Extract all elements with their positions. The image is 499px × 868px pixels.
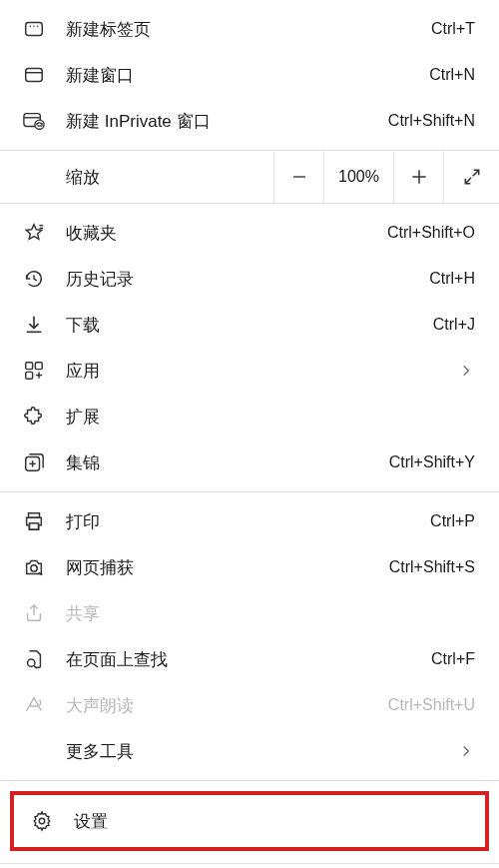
zoom-label: 缩放 [66, 166, 273, 189]
menu-label: 新建标签页 [66, 18, 431, 41]
svg-point-26 [31, 565, 37, 571]
menu-item-share: 共享 [0, 590, 499, 636]
menu-shortcut: Ctrl+P [430, 512, 475, 530]
apps-icon [20, 357, 48, 385]
menu-label: 历史记录 [66, 268, 429, 291]
browser-main-menu: 新建标签页 Ctrl+T 新建窗口 Ctrl+N 新 [0, 0, 499, 864]
menu-item-find[interactable]: 在页面上查找 Ctrl+F [0, 636, 499, 682]
chevron-right-icon [457, 362, 475, 380]
menu-label: 收藏夹 [66, 222, 387, 245]
menu-item-new-tab[interactable]: 新建标签页 Ctrl+T [0, 6, 499, 52]
menu-label: 在页面上查找 [66, 648, 431, 671]
menu-shortcut: Ctrl+Shift+S [389, 558, 475, 576]
collections-icon [20, 448, 48, 476]
menu-shortcut: Ctrl+J [433, 316, 475, 334]
menu-label: 打印 [66, 510, 430, 533]
menu-label: 新建窗口 [66, 64, 429, 87]
menu-item-favorites[interactable]: 收藏夹 Ctrl+Shift+O [0, 210, 499, 256]
svg-point-2 [33, 26, 34, 27]
menu-item-history[interactable]: 历史记录 Ctrl+H [0, 256, 499, 302]
menu-label: 应用 [66, 360, 457, 383]
svg-rect-0 [26, 23, 43, 36]
menu-shortcut: Ctrl+Shift+Y [389, 453, 475, 471]
menu-item-downloads[interactable]: 下载 Ctrl+J [0, 302, 499, 348]
menu-label: 扩展 [66, 406, 475, 429]
menu-item-new-inprivate[interactable]: 新建 InPrivate 窗口 Ctrl+Shift+N [0, 98, 499, 144]
menu-shortcut: Ctrl+T [431, 20, 475, 38]
menu-group-tools: 打印 Ctrl+P 网页捕获 Ctrl+Shift+S 共享 [0, 492, 499, 781]
camera-icon [20, 553, 48, 581]
fullscreen-button[interactable] [443, 151, 499, 203]
printer-icon [20, 507, 48, 535]
menu-label: 设置 [74, 810, 461, 833]
menu-item-new-window[interactable]: 新建窗口 Ctrl+N [0, 52, 499, 98]
menu-label: 新建 InPrivate 窗口 [66, 110, 388, 133]
download-icon [20, 311, 48, 339]
menu-label: 共享 [66, 602, 475, 625]
menu-item-extensions[interactable]: 扩展 [0, 394, 499, 439]
chevron-right-icon [457, 742, 475, 760]
menu-shortcut: Ctrl+H [429, 270, 475, 288]
svg-rect-16 [26, 363, 33, 370]
new-tab-icon [20, 15, 48, 43]
inprivate-window-icon [20, 107, 48, 135]
find-on-page-icon [20, 645, 48, 673]
menu-label: 大声朗读 [66, 694, 388, 717]
zoom-in-button[interactable] [393, 151, 443, 203]
zoom-out-button[interactable] [273, 151, 323, 203]
svg-rect-17 [35, 363, 42, 370]
history-icon [20, 265, 48, 293]
annotation-highlight: 设置 [10, 791, 489, 851]
menu-label: 集锦 [66, 451, 389, 474]
svg-point-1 [30, 26, 31, 27]
read-aloud-icon [20, 691, 48, 719]
svg-point-29 [39, 818, 45, 824]
menu-shortcut: Ctrl+Shift+O [387, 224, 475, 242]
menu-label: 下载 [66, 314, 433, 337]
menu-group-settings: 设置 [0, 781, 499, 864]
menu-shortcut: Ctrl+F [431, 650, 475, 668]
menu-item-settings[interactable]: 设置 [14, 795, 485, 847]
menu-shortcut: Ctrl+Shift+N [388, 112, 475, 130]
star-icon [20, 219, 48, 247]
zoom-row: 缩放 100% [0, 151, 499, 203]
menu-item-apps[interactable]: 应用 [0, 348, 499, 394]
menu-item-web-capture[interactable]: 网页捕获 Ctrl+Shift+S [0, 544, 499, 590]
menu-label: 更多工具 [66, 740, 457, 763]
menu-label: 网页捕获 [66, 556, 389, 579]
menu-shortcut: Ctrl+Shift+U [388, 696, 475, 714]
menu-shortcut: Ctrl+N [429, 66, 475, 84]
window-icon [20, 61, 48, 89]
menu-group-windows: 新建标签页 Ctrl+T 新建窗口 Ctrl+N 新 [0, 0, 499, 151]
svg-line-28 [34, 665, 37, 668]
share-icon [20, 599, 48, 627]
svg-rect-18 [26, 372, 33, 379]
gear-icon [28, 807, 56, 835]
zoom-value: 100% [323, 151, 393, 203]
menu-group-browse: 收藏夹 Ctrl+Shift+O 历史记录 Ctrl+H [0, 204, 499, 492]
menu-item-more-tools[interactable]: 更多工具 [0, 728, 499, 774]
svg-rect-4 [26, 69, 43, 82]
menu-item-collections[interactable]: 集锦 Ctrl+Shift+Y [0, 439, 499, 485]
menu-item-read-aloud: 大声朗读 Ctrl+Shift+U [0, 682, 499, 728]
svg-point-3 [37, 26, 38, 27]
puzzle-icon [20, 403, 48, 431]
menu-item-print[interactable]: 打印 Ctrl+P [0, 498, 499, 544]
menu-group-zoom: 缩放 100% [0, 151, 499, 204]
svg-rect-25 [29, 523, 38, 529]
svg-point-27 [28, 659, 35, 666]
